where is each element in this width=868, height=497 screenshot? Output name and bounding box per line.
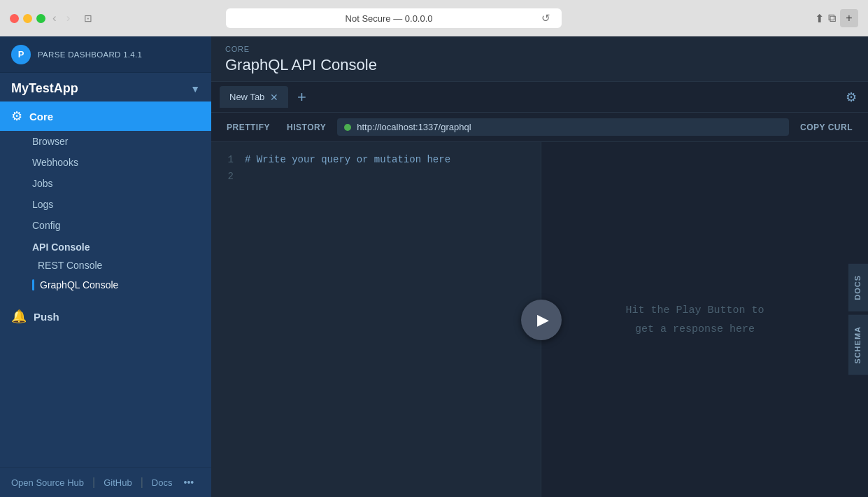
play-button[interactable]: ▶ — [521, 300, 562, 340]
traffic-light-green[interactable] — [36, 14, 45, 23]
footer-separator-2: | — [141, 476, 143, 489]
editor-pane[interactable]: 1 # Write your query or mutation here 2 … — [211, 142, 541, 497]
new-tab-chrome-button[interactable]: + — [840, 9, 858, 27]
url-bar: http://localhost:1337/graphql — [337, 118, 789, 136]
copy-curl-button[interactable]: COPY CURL — [795, 120, 858, 135]
sidebar-push-label: Push — [34, 311, 59, 323]
footer-separator-1: | — [92, 476, 95, 489]
settings-button[interactable]: ⚙ — [843, 87, 860, 108]
tab-label: New Tab — [229, 92, 264, 102]
share-button[interactable]: ⬆ — [815, 12, 824, 25]
response-hint-line2: get a response here — [625, 320, 764, 339]
editor-split: 1 # Write your query or mutation here 2 … — [211, 142, 868, 497]
sidebar-sub-item-logs[interactable]: Logs — [0, 194, 211, 215]
url-text[interactable]: http://localhost:1337/graphql — [357, 122, 782, 132]
sidebar-app-name[interactable]: MyTestApp ▼ — [0, 73, 211, 102]
sidebar-item-rest-console[interactable]: REST Console — [0, 255, 211, 275]
editor-line-2: 2 — [222, 169, 529, 186]
response-pane: Hit the Play Button to get a response he… — [541, 142, 868, 497]
sidebar-sub-item-jobs[interactable]: Jobs — [0, 173, 211, 194]
sidebar-sub-item-browser[interactable]: Browser — [0, 131, 211, 152]
reload-button[interactable]: ↺ — [541, 12, 550, 24]
browser-chrome: ‹ › ⊡ Not Secure — 0.0.0.0 ↺ ⬆ ⧉ + — [0, 0, 868, 36]
forward-button[interactable]: › — [64, 10, 73, 27]
tab-close-icon[interactable]: ✕ — [270, 92, 278, 102]
traffic-lights — [10, 14, 45, 23]
main-content: CORE GraphQL API Console New Tab ✕ + ⚙ P… — [211, 36, 868, 497]
address-bar[interactable]: Not Secure — 0.0.0.0 ↺ — [226, 8, 562, 28]
parse-logo: P — [11, 45, 31, 64]
sidebar-app-version: PARSE DASHBOARD 1.4.1 — [38, 50, 142, 59]
console-toolbar: PRETTIFY HISTORY http://localhost:1337/g… — [211, 113, 868, 142]
sidebar-item-core[interactable]: ⚙ Core — [0, 102, 211, 131]
sidebar-item-push[interactable]: 🔔 Push — [0, 300, 211, 332]
push-icon: 🔔 — [11, 309, 27, 324]
sidebar-api-console-label: API Console — [0, 236, 211, 255]
sidebar-header: P PARSE DASHBOARD 1.4.1 — [0, 36, 211, 73]
footer-more-dots[interactable]: ••• — [183, 477, 194, 488]
side-buttons-panel: DOCS SCHEMA — [848, 142, 868, 497]
back-button[interactable]: ‹ — [50, 10, 59, 27]
core-icon: ⚙ — [11, 108, 22, 124]
docs-side-button[interactable]: DOCS — [848, 264, 868, 312]
prettify-button[interactable]: PRETTIFY — [221, 120, 276, 135]
page-title: GraphQL API Console — [225, 56, 854, 74]
footer-link-github[interactable]: GitHub — [104, 477, 131, 488]
schema-side-button[interactable]: SCHEMA — [848, 315, 868, 375]
sidebar-nav: ⚙ Core Browser Webhooks Jobs Logs Config… — [0, 102, 211, 467]
sidebar-core-label: Core — [29, 111, 53, 122]
play-icon: ▶ — [537, 311, 549, 329]
tabs-bar: New Tab ✕ + ⚙ — [211, 82, 868, 113]
editor-line-1: 1 # Write your query or mutation here — [222, 152, 529, 169]
app-container: P PARSE DASHBOARD 1.4.1 MyTestApp ▼ ⚙ Co… — [0, 36, 868, 497]
main-header: CORE GraphQL API Console — [211, 36, 868, 82]
response-hint: Hit the Play Button to get a response he… — [625, 301, 764, 339]
add-tab-button[interactable]: + — [291, 87, 312, 108]
url-status-dot — [344, 124, 351, 131]
footer-link-docs[interactable]: Docs — [152, 477, 173, 488]
tab-new-tab[interactable]: New Tab ✕ — [220, 86, 288, 108]
app-arrow-icon: ▼ — [190, 83, 200, 94]
response-hint-line1: Hit the Play Button to — [625, 301, 764, 320]
sidebar-sub-item-webhooks[interactable]: Webhooks — [0, 152, 211, 173]
sidebar: P PARSE DASHBOARD 1.4.1 MyTestApp ▼ ⚙ Co… — [0, 36, 211, 497]
sidebar-sub-item-config[interactable]: Config — [0, 215, 211, 236]
window-tile-button[interactable]: ⊡ — [80, 11, 97, 25]
traffic-light-red[interactable] — [10, 14, 19, 23]
sidebar-footer: Open Source Hub | GitHub | Docs ••• — [0, 467, 211, 497]
active-indicator — [32, 279, 34, 290]
footer-link-open-source-hub[interactable]: Open Source Hub — [11, 477, 84, 488]
address-text: Not Secure — 0.0.0.0 — [237, 13, 541, 24]
line-num-2: 2 — [222, 169, 234, 186]
sidebar-item-graphql-console[interactable]: GraphQL Console — [0, 275, 211, 295]
history-button[interactable]: HISTORY — [281, 120, 332, 135]
line-num-1: 1 — [222, 152, 234, 169]
traffic-light-yellow[interactable] — [23, 14, 32, 23]
breadcrumb: CORE — [225, 45, 854, 53]
duplicate-button[interactable]: ⧉ — [828, 12, 836, 24]
line-content-1: # Write your query or mutation here — [245, 152, 450, 169]
